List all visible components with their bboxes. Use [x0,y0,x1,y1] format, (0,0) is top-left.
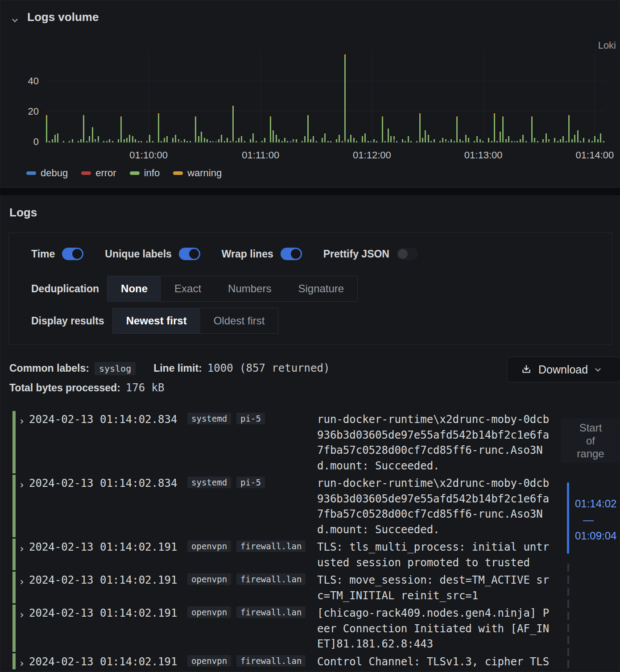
log-label-badges: openvpnfirewall.lan [187,572,317,603]
volume-bar [459,139,461,142]
log-message: Control Channel: TLSv1.3, cipher TLS [317,653,549,670]
bar-segment-info [500,132,501,142]
volume-bar [204,138,205,142]
log-message: run-docker-runtime\x2drunc-moby-0dcb936b… [317,411,549,473]
volume-bar [373,139,375,142]
download-button[interactable]: Download [507,357,620,382]
legend-item-info[interactable]: info [130,167,160,179]
toggle-label: Wrap lines [222,248,273,260]
log-timestamp: 2024-02-13 01:14:02.191 [29,539,187,570]
toggle-knob [72,249,82,259]
volume-bar [316,141,317,142]
page-range-to[interactable]: 01:09:04 [575,530,620,542]
display-option-oldest-first[interactable]: Oldest first [200,308,278,333]
dedup-option-signature[interactable]: Signature [285,276,357,301]
log-row[interactable]: 2024-02-13 01:14:02.834systemdpi-5run-do… [12,475,566,537]
volume-bar [479,139,481,142]
legend-item-warning[interactable]: warning [173,167,222,179]
toggles-row: TimeUnique labelsWrap linesPrettify JSON [31,247,612,261]
display-option-newest-first[interactable]: Newest first [113,308,200,333]
legend-item-debug[interactable]: debug [26,167,68,179]
legend-swatch-warning [173,171,183,175]
bar-segment-info [405,141,406,142]
volume-bar [304,136,306,142]
bar-segment-error [178,141,179,142]
log-expand-chevron[interactable] [16,572,29,603]
log-row[interactable]: 2024-02-13 01:14:02.191openvpnfirewall.l… [12,539,566,570]
toggle-switch-prettify-json[interactable] [397,248,418,260]
bar-segment-error [232,141,234,142]
bar-segment-info [276,135,277,142]
log-page-current-marker[interactable] [567,482,569,554]
volume-bar [238,138,240,142]
dedup-option-numbers[interactable]: Numbers [215,276,285,301]
bar-segment-info [201,132,202,142]
dedup-option-none[interactable]: None [107,276,161,301]
toggle-switch-unique-labels[interactable] [179,248,200,260]
volume-bar [232,106,234,142]
total-bytes-line: Total bytes processed: 176 kB [9,382,165,394]
collapse-chevron-icon[interactable] [13,15,17,23]
log-level-bar [12,653,16,670]
toggle-group-time: Time [31,248,83,260]
volume-bar [342,141,343,142]
start-of-range-label: Start of range [561,418,620,463]
bar-segment-info [138,141,139,142]
volume-bar [166,136,168,142]
chevron-right-icon [19,613,24,618]
bar-segment-info [330,141,331,142]
toggle-switch-wrap-lines[interactable] [281,248,302,260]
volume-bar [152,141,153,142]
volume-bar [273,130,274,142]
log-row[interactable]: 2024-02-13 01:14:02.191openvpnfirewall.l… [12,605,566,652]
bar-segment-info [554,138,555,142]
bar-segment-info [425,130,426,142]
log-row[interactable]: 2024-02-13 01:14:02.191openvpnfirewall.l… [12,572,566,603]
log-expand-chevron[interactable] [16,411,29,473]
log-row[interactable]: 2024-02-13 01:14:02.191openvpnfirewall.l… [12,653,566,670]
volume-bar [227,138,228,142]
volume-bar [571,139,573,142]
volume-bar [224,141,225,142]
volume-bar [89,136,90,142]
bar-segment-info [172,138,174,142]
chevron-right-icon [19,547,24,552]
dedup-option-exact[interactable]: Exact [161,276,215,301]
volume-bar [49,141,50,142]
volume-bar [98,136,99,142]
volume-bar [149,135,150,142]
bar-segment-info [198,136,199,142]
bar-segment-info [322,138,323,142]
bar-segment-info [204,138,205,142]
volume-bar [405,141,406,142]
toggle-knob [398,249,408,259]
bar-segment-info [120,118,122,142]
volume-bar [454,141,455,142]
volume-bar [522,135,524,142]
bar-segment-info [218,139,219,142]
log-label-badge: pi-5 [236,413,265,424]
volume-bar [474,141,475,142]
log-expand-chevron[interactable] [16,539,29,570]
toggle-knob [189,249,199,259]
bar-segment-info [46,118,47,142]
bar-segment-info [376,141,377,142]
bar-segment-info [221,135,222,142]
log-expand-chevron[interactable] [16,475,29,537]
bar-segment-error [293,141,294,142]
log-expand-chevron[interactable] [16,605,29,652]
volume-bar [264,138,265,142]
volume-bar [514,141,515,142]
bar-segment-info [316,141,317,142]
volume-bar [577,130,579,142]
volume-bar [54,135,56,142]
legend-item-error[interactable]: error [81,167,116,179]
page-range-from[interactable]: 01:14:02 [575,498,620,510]
volume-bar [597,139,599,142]
volume-bar [382,116,383,142]
log-expand-chevron[interactable] [16,653,29,670]
volume-bar [546,133,547,142]
download-label: Download [538,363,588,376]
toggle-switch-time[interactable] [62,248,83,260]
log-row[interactable]: 2024-02-13 01:14:02.834systemdpi-5run-do… [12,411,566,473]
